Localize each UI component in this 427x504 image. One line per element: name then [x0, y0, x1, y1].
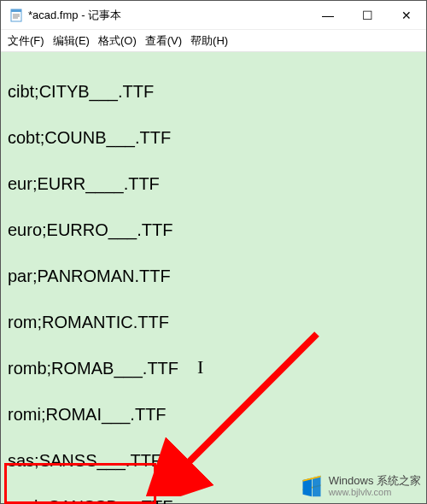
menu-edit[interactable]: 编辑(E): [53, 33, 90, 49]
text-area[interactable]: cibt;CITYB___.TTF cobt;COUNB___.TTF eur;…: [1, 52, 426, 503]
window-title: *acad.fmp - 记事本: [28, 8, 308, 23]
text-line[interactable]: eur;EURR____.TTF: [8, 173, 419, 196]
menu-help[interactable]: 帮助(H): [190, 33, 228, 49]
notepad-window: *acad.fmp - 记事本 — ☐ ✕ 文件(F) 编辑(E) 格式(O) …: [0, 0, 427, 504]
window-controls: — ☐ ✕: [308, 1, 426, 29]
svg-rect-1: [11, 9, 21, 12]
close-button[interactable]: ✕: [387, 1, 426, 29]
maximize-button[interactable]: ☐: [348, 1, 387, 29]
windows-logo-icon: [300, 474, 324, 498]
watermark-url: www.bjlvlv.com: [329, 487, 421, 497]
text-line[interactable]: cibt;CITYB___.TTF: [8, 80, 419, 103]
text-cursor-icon: I: [197, 356, 203, 378]
titlebar[interactable]: *acad.fmp - 记事本 — ☐ ✕: [1, 1, 426, 30]
text-line[interactable]: cobt;COUNB___.TTF: [8, 126, 419, 149]
text-line[interactable]: romi;ROMAI___.TTF: [8, 403, 419, 426]
watermark: Windows 系统之家 www.bjlvlv.com: [300, 474, 421, 498]
menu-format[interactable]: 格式(O): [98, 33, 137, 49]
menu-view[interactable]: 查看(V): [145, 33, 182, 49]
text-line[interactable]: rom;ROMANTIC.TTF: [8, 311, 419, 334]
text-line[interactable]: romb;ROMAB___.TTF: [8, 357, 419, 380]
text-line[interactable]: euro;EURRO___.TTF: [8, 219, 419, 242]
text-line[interactable]: sas;SANSS___.TTF: [8, 449, 419, 472]
text-line[interactable]: par;PANROMAN.TTF: [8, 265, 419, 288]
notepad-icon: [9, 9, 23, 22]
menubar: 文件(F) 编辑(E) 格式(O) 查看(V) 帮助(H): [1, 30, 426, 52]
menu-file[interactable]: 文件(F): [8, 33, 44, 49]
watermark-title: Windows 系统之家: [329, 475, 421, 487]
minimize-button[interactable]: —: [308, 1, 348, 29]
